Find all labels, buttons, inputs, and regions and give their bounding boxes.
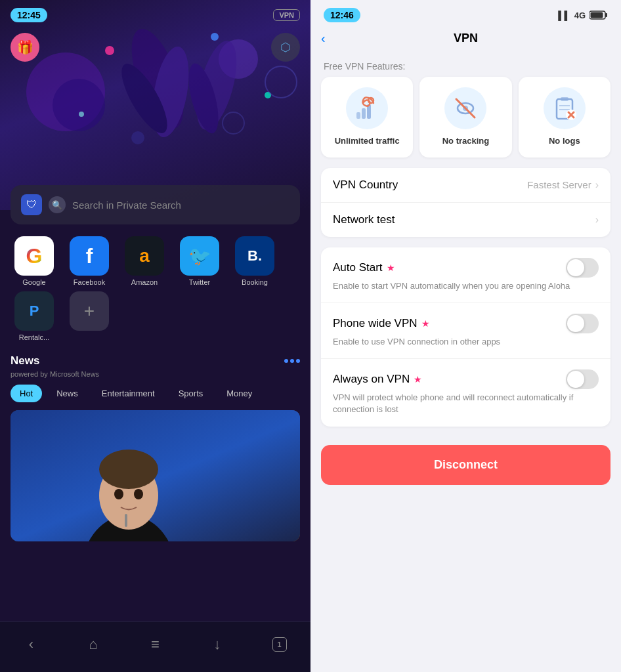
disconnect-section: Disconnect [310,437,621,505]
circle-decoration [222,112,245,135]
app-amazon[interactable]: a Amazon [121,236,168,286]
app-rentalcars[interactable]: P Rentalc... [11,291,58,341]
premium-star-icon: ★ [387,262,395,273]
news-tabs: Hot News Entertainment Sports Money [11,385,300,402]
vpn-country-value: Fastest Server [527,179,591,190]
nav-home-button[interactable]: ⌂ [79,630,108,659]
news-tab-hot[interactable]: Hot [11,385,42,402]
news-tab-sports[interactable]: Sports [169,385,213,402]
news-more-button[interactable] [284,359,300,363]
news-article-image[interactable]: DNA [11,410,300,541]
nav-download-button[interactable]: ↓ [203,630,232,659]
settings-button[interactable]: ⬡ [271,33,300,62]
back-button[interactable]: ‹ [321,31,326,46]
chevron-right-icon: › [595,179,599,191]
status-icons: ▌▌ 4G [558,10,608,20]
vpn-page-title: VPN [454,32,478,45]
app-twitter[interactable]: 🐦 Twitter [176,236,223,286]
premium-star-icon: ★ [421,318,430,329]
time-display: 12:45 [11,8,47,22]
chevron-right-icon: › [595,214,599,226]
gift-button[interactable]: 🎁 [11,33,39,62]
svg-rect-13 [605,13,607,17]
add-app-button[interactable]: + [66,291,113,341]
phone-wide-vpn-description: Enable to use VPN connection in other ap… [333,336,599,348]
shield-icon: 🛡 [21,194,42,215]
always-on-vpn-toggle[interactable] [566,369,599,389]
search-bar[interactable]: 🛡 🔍 Search in Private Search [11,185,300,224]
no-tracking-label: No tracking [442,136,490,147]
nav-tabs-button[interactable]: 1 [265,630,294,659]
amazon-app-icon: a [125,236,164,276]
phone-wide-vpn-row: Phone wide VPN ★ Enable to use VPN conne… [321,303,610,359]
news-title: News [11,354,39,368]
clipboard-slash-icon [550,94,579,123]
unlimited-traffic-icon [346,87,388,129]
vpn-country-section: VPN Country Fastest Server › Network tes… [321,168,610,237]
app-facebook[interactable]: f Facebook [66,236,113,286]
vpn-country-label: VPN Country [333,178,398,192]
always-on-vpn-label: Always on VPN ★ [333,373,422,386]
news-powered-by: powered by Microsoft News [11,370,300,378]
eye-slash-icon [451,94,480,123]
svg-point-9 [114,489,123,499]
svg-rect-14 [591,12,603,18]
vpn-country-row[interactable]: VPN Country Fastest Server › [321,168,610,203]
nav-back-button[interactable]: ‹ [16,630,45,659]
status-bar: 12:45 VPN [0,0,310,28]
app-label: Facebook [74,278,105,286]
app-google[interactable]: G Google [11,236,58,286]
news-tab-money[interactable]: Money [217,385,261,402]
vpn-country-right: Fastest Server › [527,179,599,191]
phone-wide-vpn-toggle[interactable] [566,314,599,333]
auto-start-toggle[interactable] [566,258,599,278]
news-tab-entertainment[interactable]: Entertainment [93,385,164,402]
svg-point-8 [99,450,158,489]
auto-start-top: Auto Start ★ [333,258,599,278]
toggle-settings-section: Auto Start ★ Enable to start VPN automat… [321,247,610,427]
icon-row: 🎁 ⬡ [0,28,310,67]
tab-count-badge: 1 [272,637,287,652]
news-section: News powered by Microsoft News Hot News … [0,354,310,541]
news-tab-news[interactable]: News [47,385,87,402]
google-app-icon: G [14,236,54,276]
app-label: Rentalc... [19,333,49,341]
search-placeholder[interactable]: Search in Private Search [72,200,181,211]
always-on-vpn-top: Always on VPN ★ [333,369,599,389]
vpn-indicator: VPN [273,9,300,21]
time-display-right: 12:46 [324,8,360,22]
svg-rect-11 [125,514,127,527]
toggle-knob [567,259,584,276]
right-panel: 12:46 ▌▌ 4G ‹ VPN Free VPN Features: [310,0,621,672]
booking-app-icon: B. [235,236,274,276]
news-header: News [11,354,300,368]
always-on-vpn-description: VPN will protect whole phone and will re… [333,392,599,415]
auto-start-description: Enable to start VPN automatically when y… [333,280,599,292]
unlimited-traffic-label: Unlimited traffic [335,136,400,147]
nav-menu-button[interactable]: ≡ [140,630,169,659]
bottom-navigation: ‹ ⌂ ≡ ↓ 1 [0,621,310,672]
apps-row-2: P Rentalc... + [11,291,300,341]
app-booking[interactable]: B. Booking [231,236,278,286]
twitter-app-icon: 🐦 [180,236,219,276]
add-icon: + [70,291,109,331]
feature-no-logs: No logs [519,77,610,158]
features-section-label: Free VPN Features: [310,53,621,77]
disconnect-button[interactable]: Disconnect [321,445,610,485]
feature-unlimited-traffic: Unlimited traffic [321,77,413,158]
no-logs-label: No logs [549,136,580,147]
battery-icon [589,10,608,20]
network-type: 4G [574,10,586,20]
news-image-content [11,410,300,541]
svg-rect-15 [356,112,360,119]
rental-app-icon: P [14,291,54,331]
premium-star-icon: ★ [414,374,422,385]
facebook-app-icon: f [70,236,109,276]
decoration-blob [53,79,105,131]
apps-row-1: G Google f Facebook a Amazon 🐦 Twitter B… [11,236,300,286]
network-test-row[interactable]: Network test › [321,203,610,237]
svg-rect-23 [561,97,568,101]
always-on-vpn-row: Always on VPN ★ VPN will protect whole p… [321,359,610,426]
toggle-knob [567,371,584,388]
svg-rect-16 [362,108,366,119]
